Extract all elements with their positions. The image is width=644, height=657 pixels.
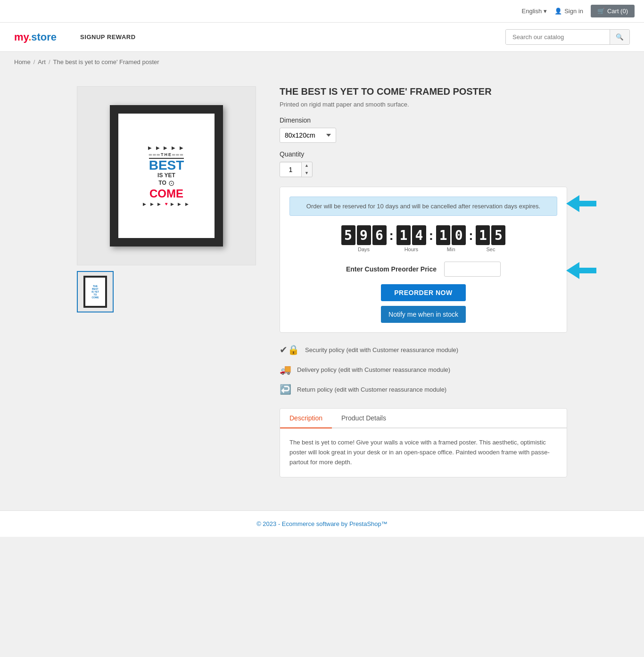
product-tabs: Description Product Details The best is … xyxy=(280,408,567,477)
countdown-sec-1: 1 xyxy=(476,225,490,245)
notify-in-stock-button[interactable]: Notify me when in stock xyxy=(381,306,466,323)
poster-arrows-top: ▶ ▶ ▶ ▶ ▶ xyxy=(148,145,185,150)
countdown-sec-group: 1 5 Sec xyxy=(476,225,505,252)
custom-price-row: Enter Custom Preorder Price xyxy=(289,262,557,277)
language-label: English xyxy=(522,8,542,15)
arrow-tail-1 xyxy=(579,201,596,206)
search-form: 🔍 xyxy=(505,29,630,45)
countdown-min-digits: 1 0 xyxy=(436,225,466,245)
main-product-image: ▶ ▶ ▶ ▶ ▶ ═══THE═══ BEST IS YET TO ⊙ COM… xyxy=(77,86,256,265)
quantity-arrows: ▲ ▼ xyxy=(301,162,312,177)
security-policy: ✔🔒 Security policy (edit with Customer r… xyxy=(280,344,567,355)
countdown-day-3: 6 xyxy=(372,225,387,245)
tab-description-content: The best is yet to come! Give your walls… xyxy=(280,428,567,476)
logo-store: store xyxy=(31,31,57,43)
poster-come-text: COME xyxy=(149,188,183,200)
poster-frame: ▶ ▶ ▶ ▶ ▶ ═══THE═══ BEST IS YET TO ⊙ COM… xyxy=(110,105,223,246)
breadcrumb-sep-1: / xyxy=(33,58,35,66)
product-images: ▶ ▶ ▶ ▶ ▶ ═══THE═══ BEST IS YET TO ⊙ COM… xyxy=(77,86,256,477)
signup-reward-nav[interactable]: SIGNUP REWARD xyxy=(80,33,136,41)
tab-headers: Description Product Details xyxy=(280,409,567,428)
preorder-notice: Order will be reserved for 10 days and w… xyxy=(289,197,557,216)
arrow-shape-1 xyxy=(566,195,579,212)
logo[interactable]: my.store xyxy=(14,31,57,43)
poster-inner: ▶ ▶ ▶ ▶ ▶ ═══THE═══ BEST IS YET TO ⊙ COM… xyxy=(118,114,215,238)
poster-to-text: TO xyxy=(158,180,166,186)
chevron-down-icon: ▾ xyxy=(544,8,547,15)
cart-button[interactable]: 🛒 Cart (0) xyxy=(591,5,635,17)
countdown-sep-1: : xyxy=(389,228,394,243)
countdown-sec-2: 5 xyxy=(491,225,505,245)
countdown-day-2: 9 xyxy=(357,225,371,245)
dimension-select-wrapper: 40x60cm 60x80cm 80x120cm xyxy=(280,128,336,143)
countdown-min-1: 1 xyxy=(436,225,450,245)
thumbnail-1[interactable]: THEBESTIS YETTOCOME xyxy=(77,271,114,312)
tab-description[interactable]: Description xyxy=(280,409,332,428)
quantity-down-button[interactable]: ▼ xyxy=(302,170,312,177)
delivery-policy-text: Delivery policy (edit with Customer reas… xyxy=(297,366,450,373)
countdown-hours-label: Hours xyxy=(405,246,418,252)
countdown-hours-group: 1 4 Hours xyxy=(396,225,426,252)
return-icon: ↩️ xyxy=(280,384,291,395)
search-icon: 🔍 xyxy=(616,33,624,41)
countdown-hour-2: 4 xyxy=(412,225,426,245)
poster-best-text: BEST xyxy=(149,159,184,172)
language-selector[interactable]: English ▾ xyxy=(522,8,547,15)
dimension-label: Dimension xyxy=(280,116,567,124)
countdown-days-group: 5 9 6 Days xyxy=(341,225,387,252)
countdown-min-label: Min xyxy=(447,246,455,252)
breadcrumb-home[interactable]: Home xyxy=(14,58,31,66)
search-input[interactable] xyxy=(506,30,610,44)
countdown-sep-3: : xyxy=(469,228,473,243)
countdown-min-2: 0 xyxy=(452,225,466,245)
search-button[interactable]: 🔍 xyxy=(610,30,629,44)
dimension-select[interactable]: 40x60cm 60x80cm 80x120cm xyxy=(280,128,336,143)
cart-icon: 🛒 xyxy=(597,8,605,15)
product-subtitle: Printed on rigid matt paper and smooth s… xyxy=(280,101,567,108)
poster-bottom-row: ▶ ▶ ▶ ♥ ▶ ▶ ▶ xyxy=(143,201,190,206)
shield-check-icon: ✔🔒 xyxy=(280,344,299,355)
signin-link[interactable]: 👤 Sign in xyxy=(554,8,583,15)
breadcrumb-sep-2: / xyxy=(49,58,50,66)
policies-section: ✔🔒 Security policy (edit with Customer r… xyxy=(280,344,567,395)
countdown-timer: 5 9 6 Days : 1 4 Hours xyxy=(289,225,557,252)
breadcrumb: Home / Art / The best is yet to come' Fr… xyxy=(0,52,644,72)
countdown-day-1: 5 xyxy=(341,225,355,245)
countdown-sec-digits: 1 5 xyxy=(476,225,505,245)
arrow-indicator-1 xyxy=(566,195,596,212)
poster-arrows-bot: ▶ ▶ ▶ xyxy=(143,202,162,206)
thumbnail-row: THEBESTIS YETTOCOME xyxy=(77,271,256,312)
return-policy: ↩️ Return policy (edit with Customer rea… xyxy=(280,384,567,395)
preorder-now-button[interactable]: PREORDER NOW xyxy=(381,284,466,301)
truck-icon: 🚚 xyxy=(280,364,291,375)
custom-price-label: Enter Custom Preorder Price xyxy=(346,265,437,273)
quantity-up-button[interactable]: ▲ xyxy=(302,162,312,170)
tab-product-details[interactable]: Product Details xyxy=(332,409,396,428)
person-icon: 👤 xyxy=(554,8,562,15)
product-details: THE BEST IS YET TO COME' FRAMED POSTER P… xyxy=(280,86,567,477)
preorder-box: Order will be reserved for 10 days and w… xyxy=(280,187,567,333)
thumb-frame: THEBESTIS YETTOCOME xyxy=(83,276,107,308)
poster-to-row: TO ⊙ xyxy=(158,179,174,188)
delivery-policy: 🚚 Delivery policy (edit with Customer re… xyxy=(280,364,567,375)
logo-my: my xyxy=(14,31,28,43)
countdown-sep-2: : xyxy=(429,228,433,243)
breadcrumb-current: The best is yet to come' Framed poster xyxy=(53,58,159,66)
countdown-sec-label: Sec xyxy=(487,246,495,252)
countdown-days-digits: 5 9 6 xyxy=(341,225,387,245)
quantity-label: Quantity xyxy=(280,150,567,158)
arrow-shape-2 xyxy=(566,262,579,279)
countdown-days-label: Days xyxy=(358,246,370,252)
poster-arrows-bot2: ▶ ▶ ▶ xyxy=(171,202,190,206)
poster-is-yet-text: IS YET xyxy=(157,172,175,179)
quantity-input[interactable] xyxy=(280,163,301,176)
breadcrumb-art[interactable]: Art xyxy=(38,58,46,66)
poster-target-icon: ⊙ xyxy=(168,179,174,188)
custom-price-input[interactable] xyxy=(444,262,501,277)
countdown-hour-1: 1 xyxy=(396,225,411,245)
poster-heart-icon: ♥ xyxy=(165,201,168,206)
top-bar: English ▾ 👤 Sign in 🛒 Cart (0) xyxy=(0,0,644,23)
thumb-poster-inner: THEBESTIS YETTOCOME xyxy=(85,278,105,306)
arrow-indicator-2 xyxy=(566,262,596,279)
main-content: ▶ ▶ ▶ ▶ ▶ ═══THE═══ BEST IS YET TO ⊙ COM… xyxy=(63,72,581,492)
